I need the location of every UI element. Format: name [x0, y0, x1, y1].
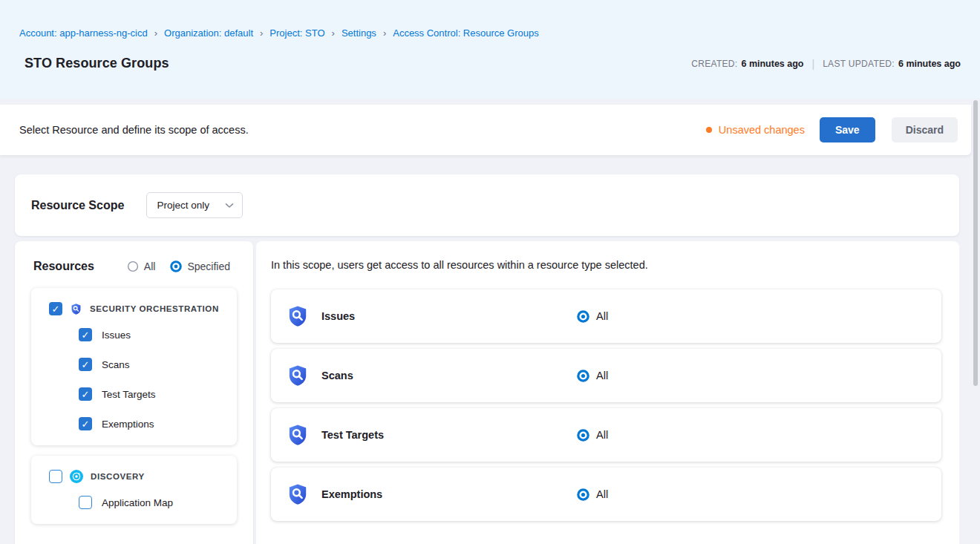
sto-shield-icon — [286, 364, 310, 387]
chevron-down-icon — [225, 203, 234, 209]
unsaved-changes-indicator: Unsaved changes — [706, 124, 805, 136]
breadcrumb-organization-link[interactable]: Organization: default — [164, 27, 253, 39]
checkbox-test-targets[interactable]: ✓ — [79, 387, 92, 401]
item-label-test-targets[interactable]: Test Targets — [102, 389, 156, 400]
radio-specified-label: Specified — [187, 260, 230, 272]
chevron-right-icon: › — [332, 28, 335, 38]
created-value: 6 minutes ago — [741, 59, 803, 69]
group-security-orchestration: ✓ SECURITY ORCHESTRATION ✓ Issues ✓ Scan… — [31, 288, 237, 445]
row-label-test-targets: Test Targets — [321, 429, 384, 441]
vertical-scrollbar-thumb[interactable] — [973, 100, 978, 386]
access-label-scans: All — [596, 370, 608, 381]
row-label-scans: Scans — [321, 370, 353, 381]
access-row-scans: Scans All — [271, 349, 941, 402]
sto-shield-icon — [286, 482, 310, 506]
unsaved-changes-label: Unsaved changes — [719, 124, 805, 136]
breadcrumb-resource-groups-link[interactable]: Access Control: Resource Groups — [393, 27, 539, 39]
radio-checked-icon — [577, 429, 589, 442]
sto-shield-icon — [286, 304, 310, 328]
resources-panel-title: Resources — [33, 260, 94, 273]
checkbox-discovery[interactable] — [49, 470, 62, 483]
access-row-test-targets: Test Targets All — [271, 408, 941, 462]
item-label-application-map[interactable]: Application Map — [102, 497, 173, 508]
created-label: CREATED: — [691, 59, 737, 69]
group-label-discovery: DISCOVERY — [91, 472, 145, 481]
discovery-icon — [70, 470, 83, 483]
timestamps: CREATED: 6 minutes ago | LAST UPDATED: 6… — [691, 58, 961, 70]
item-label-exemptions[interactable]: Exemptions — [102, 419, 154, 430]
radio-all[interactable]: All — [127, 260, 156, 272]
radio-unchecked-icon — [127, 260, 139, 272]
checkbox-application-map[interactable] — [79, 496, 92, 509]
group-discovery: DISCOVERY Application Map — [31, 456, 237, 524]
page-header: Account: app-harness-ng-cicd › Organizat… — [0, 0, 980, 99]
resources-panel: Resources All Specified — [15, 241, 253, 544]
save-button[interactable]: Save — [820, 117, 875, 142]
chevron-right-icon: › — [154, 28, 157, 38]
discard-button[interactable]: Discard — [892, 117, 958, 142]
action-toolbar: Select Resource and define its scope of … — [0, 105, 971, 155]
resource-item-issues: ✓ Issues — [31, 320, 237, 350]
content-area: Resource Scope Project only Resources Al… — [0, 155, 971, 544]
breadcrumb-settings-link[interactable]: Settings — [342, 27, 376, 39]
radio-checked-icon — [577, 370, 589, 382]
row-label-exemptions: Exemptions — [321, 488, 382, 500]
access-radio-exemptions[interactable]: All — [577, 488, 608, 501]
resource-item-exemptions: ✓ Exemptions — [31, 409, 237, 439]
chevron-right-icon: › — [260, 28, 263, 38]
group-label-security-orchestration: SECURITY ORCHESTRATION — [90, 304, 219, 313]
resource-scope-label: Resource Scope — [31, 199, 124, 212]
row-label-issues: Issues — [321, 310, 355, 322]
toolbar-description: Select Resource and define its scope of … — [19, 124, 249, 136]
access-label-test-targets: All — [596, 429, 608, 441]
access-radio-issues[interactable]: All — [577, 310, 608, 323]
checkbox-exemptions[interactable]: ✓ — [79, 417, 92, 430]
sto-shield-icon — [286, 423, 310, 447]
access-label-exemptions: All — [596, 488, 608, 500]
radio-checked-icon — [170, 260, 182, 272]
breadcrumb-account-link[interactable]: Account: app-harness-ng-cicd — [19, 27, 148, 39]
resource-item-test-targets: ✓ Test Targets — [31, 379, 237, 409]
scope-detail-panel: In this scope, users get access to all r… — [256, 241, 959, 544]
access-radio-scans[interactable]: All — [577, 370, 608, 382]
checkbox-scans[interactable]: ✓ — [79, 358, 92, 371]
radio-checked-icon — [577, 310, 589, 323]
resource-item-application-map: Application Map — [31, 488, 237, 517]
access-row-exemptions: Exemptions All — [271, 468, 941, 521]
last-updated-value: 6 minutes ago — [898, 59, 961, 69]
unsaved-dot-icon — [706, 127, 712, 133]
radio-specified[interactable]: Specified — [170, 260, 230, 272]
resource-item-scans: ✓ Scans — [31, 350, 237, 379]
resource-scope-card: Resource Scope Project only — [15, 174, 959, 236]
breadcrumb: Account: app-harness-ng-cicd › Organizat… — [19, 0, 961, 39]
divider: | — [812, 58, 815, 70]
checkbox-security-orchestration[interactable]: ✓ — [49, 302, 62, 315]
radio-checked-icon — [577, 488, 589, 501]
page-title: STO Resource Groups — [24, 56, 169, 71]
chevron-right-icon: › — [383, 28, 386, 38]
item-label-issues[interactable]: Issues — [102, 330, 131, 341]
resource-scope-dropdown[interactable]: Project only — [146, 192, 243, 218]
access-label-issues: All — [596, 310, 608, 322]
scope-description: In this scope, users get access to all r… — [271, 259, 941, 271]
checkbox-issues[interactable]: ✓ — [79, 328, 92, 341]
sto-shield-icon — [70, 303, 82, 315]
access-radio-test-targets[interactable]: All — [577, 429, 608, 442]
access-row-issues: Issues All — [271, 289, 941, 343]
item-label-scans[interactable]: Scans — [102, 359, 130, 370]
radio-all-label: All — [144, 260, 156, 272]
breadcrumb-project-link[interactable]: Project: STO — [270, 27, 324, 39]
resource-scope-selected-value: Project only — [157, 200, 209, 211]
last-updated-label: LAST UPDATED: — [823, 59, 895, 69]
